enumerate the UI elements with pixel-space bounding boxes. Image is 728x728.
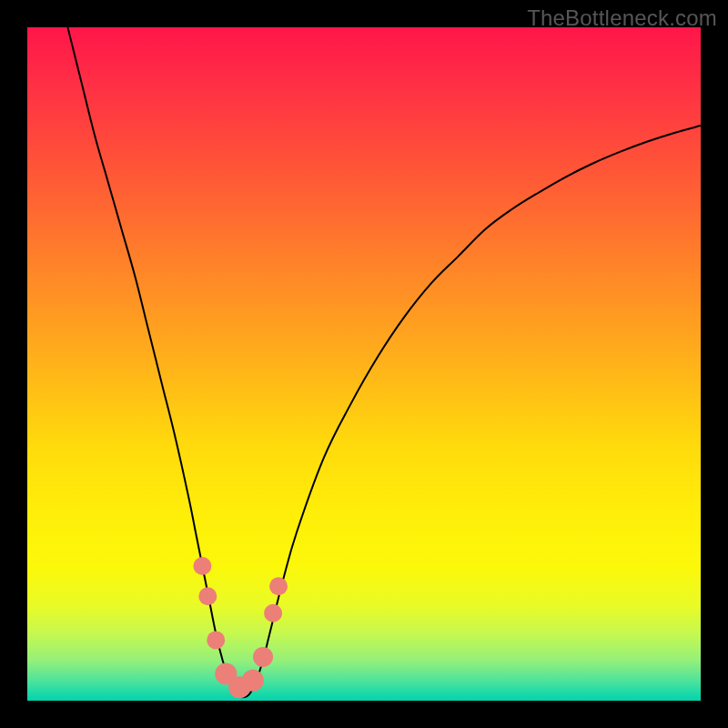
plot-area xyxy=(27,27,701,701)
data-marker xyxy=(193,557,211,575)
data-marker xyxy=(264,604,282,622)
data-marker xyxy=(253,647,273,667)
chart-frame: TheBottleneck.com xyxy=(0,0,728,728)
data-marker xyxy=(207,631,225,649)
site-watermark: TheBottleneck.com xyxy=(527,5,717,31)
data-marker xyxy=(198,587,217,605)
data-marker xyxy=(269,577,288,595)
data-marker xyxy=(242,670,264,692)
marker-layer xyxy=(27,27,701,701)
